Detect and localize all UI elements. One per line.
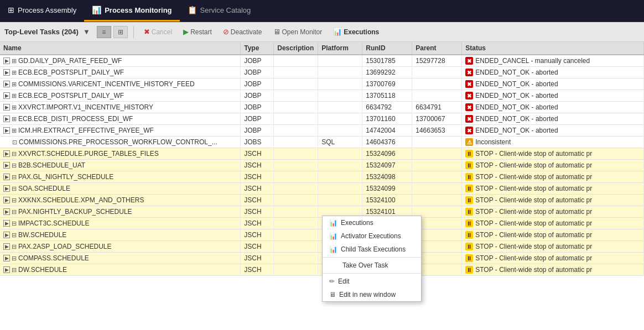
table-row[interactable]: ▶⊟SOA.SCHEDULEJSCH15324099⏸STOP - Client… [0,183,644,195]
cancel-button[interactable]: ✖ Cancel [139,26,176,38]
table-row[interactable]: ▶⊞ECB.ECB_POSTSPLIT_DAILY_WFJOBP13699292… [0,67,644,78]
open-monitor-button[interactable]: 🖥 Open Monitor [269,26,327,38]
cell-type: JOBP [241,55,274,67]
table-row[interactable]: ▶⊟XXVRCT.SCHEDULE.PURGE_TABLES_FILESJSCH… [0,148,644,160]
expand-button[interactable]: ▶ [3,232,10,238]
expand-button[interactable]: ▶ [3,208,10,215]
expand-button[interactable]: ▶ [3,185,10,192]
row-type-icon: ⊞ [12,116,17,123]
tab-process-monitoring[interactable]: 📊 Process Monitoring [84,0,179,22]
expand-button[interactable]: ▶ [3,266,10,273]
tab-service-catalog-label: Service Catalog [200,6,251,14]
expand-button[interactable]: ▶ [3,69,10,76]
tab-process-assembly-label: Process Assembly [18,6,76,14]
context-menu-item-take-over-task[interactable]: Take Over Task [323,259,421,272]
cell-description [274,125,318,137]
status-text: STOP - Client-wide stop of automatic pr [475,208,592,216]
cell-platform [318,102,362,113]
row-type-icon: ⊞ [12,92,17,99]
open-monitor-icon: 🖥 [273,28,281,36]
filter-icon[interactable]: ▼ [83,28,90,36]
table-row[interactable]: ▶⊟XXKNX.SCHEDULE.XPM_AND_OTHERSJSCH15324… [0,195,644,206]
expand-button[interactable]: ▶ [3,92,10,99]
row-name-text: COMPASS.SCHEDULE [18,254,89,262]
tab-service-catalog[interactable]: 📋 Service Catalog [180,0,259,22]
context-menu-item-icon: 📊 [329,219,337,227]
cell-description [274,67,318,78]
col-header-platform: Platform [318,42,362,55]
cell-status: ✖ENDED_NOT_OK - aborted [462,90,644,102]
restart-icon: ▶ [183,28,189,36]
status-text: ENDED_NOT_OK - aborted [475,69,558,76]
executions-button[interactable]: 📊 Executions [329,26,383,38]
tab-process-assembly[interactable]: ⊞ Process Assembly [0,0,84,22]
cell-type: JOBP [241,78,274,90]
context-menu-item-edit-new-window[interactable]: 🖥Edit in new window [323,288,421,301]
deactivate-button[interactable]: ⊘ Deactivate [219,26,267,38]
expand-button[interactable]: ▶ [3,57,10,64]
table-row[interactable]: ▶⊞ICM.HR.EXTRACT_EFFECTIVE_PAYEE_WFJOBP1… [0,125,644,137]
row-name-text: ECB.ECB_DISTI_PROCESS_EDI_WF [18,115,133,123]
row-type-icon: ⊟ [12,185,17,192]
status-icon: ⏸ [465,161,473,169]
status-text: STOP - Client-wide stop of automatic pr [475,243,592,250]
cell-name: ▶⊟B2B.SCHEDULE_UAT [0,160,241,171]
expand-button[interactable]: ▶ [3,243,10,250]
context-menu-item-executions[interactable]: 📊Executions [323,216,421,229]
row-name-text: SOA.SCHEDULE [18,185,70,192]
context-menu-item-activator-executions[interactable]: 📊Activator Executions [323,229,421,243]
expand-button[interactable]: ▶ [3,150,10,157]
cell-platform [318,78,362,90]
cell-name: ▶⊞ECB.ECB_POSTSPLIT_DAILY_WF [0,90,241,102]
cell-type: JSCH [241,195,274,206]
table-row[interactable]: ⊡COMMISSIONS.PRE_PROCESSOR_WORKFLOW_CONT… [0,137,644,148]
expand-button[interactable]: ▶ [3,220,10,227]
cell-name: ▶⊞ECB.ECB_POSTSPLIT_DAILY_WF [0,67,241,78]
context-menu-item-label: Activator Executions [341,232,401,240]
context-menu-item-edit[interactable]: ✏Edit [323,275,421,288]
row-name-text: B2B.SCHEDULE_UAT [18,161,85,169]
cell-name: ▶⊟SOA.SCHEDULE [0,183,241,195]
expand-button[interactable]: ▶ [3,162,10,169]
table-row[interactable]: ▶⊞ECB.ECB_DISTI_PROCESS_EDI_WFJOBP137011… [0,113,644,125]
context-menu-item-label: Child Task Executions [341,245,406,253]
cell-type: JOBP [241,67,274,78]
cell-name: ▶⊟XXVRCT.SCHEDULE.PURGE_TABLES_FILES [0,148,241,160]
table-row[interactable]: ▶⊞GD.DAILY_DPA_RATE_FEED_WFJOBP153017851… [0,55,644,67]
cell-name: ▶⊞ICM.HR.EXTRACT_EFFECTIVE_PAYEE_WF [0,125,241,137]
context-menu-item-child-task-executions[interactable]: 📊Child Task Executions [323,243,421,256]
status-icon: ✖ [465,80,473,88]
cell-description [274,160,318,171]
row-name-text: GD.DAILY_DPA_RATE_FEED_WF [18,57,122,65]
col-header-status: Status [462,42,644,55]
table-row[interactable]: ▶⊞XXVRCT.IMPORT.V1_INCENTIVE_HISTORYJOBP… [0,102,644,113]
row-name-text: COMMISSIONS.PRE_PROCESSOR_WORKFLOW_CONTR… [19,138,217,146]
expand-button[interactable]: ▶ [3,104,10,111]
cell-status: ✖ENDED_NOT_OK - aborted [462,67,644,78]
process-monitoring-icon: 📊 [92,6,101,14]
cell-name: ▶⊟COMPASS.SCHEDULE [0,253,241,264]
table-row[interactable]: ▶⊞ECB.ECB_POSTSPLIT_DAILY_WFJOBP13705118… [0,90,644,102]
cell-type: JOBP [241,90,274,102]
expand-button[interactable]: ▶ [3,116,10,122]
expand-button[interactable]: ▶ [3,255,10,261]
list-view-button[interactable]: ≡ [97,26,111,38]
table-row[interactable]: ▶⊞COMMISSIONS.VARICENT_INCENTIVE_HISTORY… [0,78,644,90]
expand-button[interactable]: ▶ [3,197,10,203]
cell-status: ⏸STOP - Client-wide stop of automatic pr [462,195,644,206]
expand-button[interactable]: ▶ [3,174,10,180]
status-icon: ✖ [465,57,473,65]
expand-button[interactable]: ▶ [3,81,10,87]
col-header-description: Description [274,42,318,55]
cell-type: JOBS [241,137,274,148]
table-row[interactable]: ▶⊟PAX.GL_NIGHTLY_SCHEDULEJSCH15324098⏸ST… [0,171,644,183]
table-row[interactable]: ▶⊟B2B.SCHEDULE_UATJSCH15324097⏸STOP - Cl… [0,160,644,171]
status-text: STOP - Client-wide stop of automatic pr [475,173,592,181]
restart-button[interactable]: ▶ Restart [179,26,216,38]
cell-description [274,102,318,113]
grid-view-button[interactable]: ⊞ [113,26,128,38]
expand-button[interactable]: ▶ [3,127,10,134]
cell-status: ⏸STOP - Client-wide stop of automatic pr [462,160,644,171]
cell-type: JSCH [241,241,274,253]
status-text: ENDED_NOT_OK - aborted [475,80,558,88]
